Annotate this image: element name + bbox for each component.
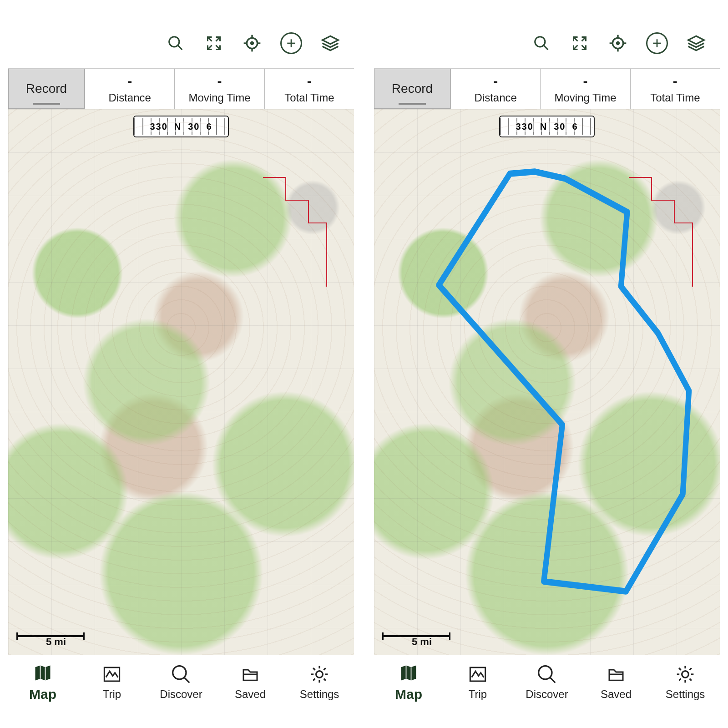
saved-icon — [239, 664, 262, 684]
nav-label: Saved — [601, 688, 632, 701]
svg-point-18 — [173, 666, 186, 679]
stat-moving-time[interactable]: - Moving Time — [540, 69, 630, 109]
scale-indicator: 5 mi — [382, 635, 450, 648]
svg-line-60 — [690, 668, 692, 670]
nav-saved[interactable]: Saved — [581, 655, 651, 710]
compass-6: 6 — [572, 121, 578, 132]
locate-icon[interactable] — [242, 33, 262, 53]
compass-n: N — [174, 121, 182, 132]
settings-icon — [674, 664, 697, 684]
stats-row: Record - Distance - Moving Time - Total … — [374, 68, 720, 109]
compass-330: 330 — [150, 121, 167, 132]
svg-line-1 — [178, 46, 182, 50]
discover-icon — [536, 664, 558, 684]
compass-330: 330 — [516, 121, 533, 132]
saved-icon — [605, 664, 627, 684]
stat-value: - — [673, 73, 677, 89]
record-label: Record — [26, 81, 67, 96]
layers-icon[interactable] — [686, 33, 706, 53]
map-icon — [31, 663, 54, 683]
stat-value: - — [217, 73, 222, 89]
svg-point-0 — [169, 37, 179, 47]
svg-line-28 — [313, 679, 315, 681]
fullscreen-icon[interactable] — [204, 33, 224, 53]
nav-label: Discover — [160, 688, 202, 701]
phone-screen-left: Record - Distance - Moving Time - Total … — [8, 18, 354, 710]
nav-saved[interactable]: Saved — [216, 655, 285, 710]
nav-label: Settings — [666, 688, 705, 701]
stat-label: Moving Time — [554, 91, 616, 104]
route-overlay — [374, 109, 720, 655]
nav-label: Map — [29, 687, 56, 702]
record-label: Record — [392, 81, 433, 96]
scale-text: 5 mi — [412, 636, 432, 648]
svg-point-30 — [535, 37, 545, 47]
svg-marker-44 — [688, 36, 704, 44]
search-icon[interactable] — [166, 33, 186, 53]
svg-line-26 — [313, 668, 315, 670]
scale-indicator: 5 mi — [16, 635, 85, 648]
nav-label: Map — [395, 687, 422, 702]
boundary-line — [624, 173, 706, 309]
nav-map[interactable]: Map — [374, 655, 443, 710]
search-icon[interactable] — [531, 33, 551, 53]
svg-line-29 — [324, 668, 326, 670]
svg-line-50 — [550, 677, 555, 682]
boundary-line — [258, 173, 340, 309]
svg-line-58 — [690, 679, 692, 681]
stat-total-time[interactable]: - Total Time — [630, 69, 720, 109]
stat-moving-time[interactable]: - Moving Time — [174, 69, 264, 109]
stat-label: Distance — [474, 91, 516, 104]
stat-distance[interactable]: - Distance — [450, 69, 540, 109]
compass-30: 30 — [188, 121, 200, 132]
add-icon[interactable] — [280, 32, 302, 54]
stat-value: - — [583, 73, 587, 89]
svg-line-27 — [324, 679, 326, 681]
compass-strip[interactable]: 330 N 30 6 — [133, 116, 229, 137]
compass-strip[interactable]: 330 N 30 6 — [499, 116, 595, 137]
svg-marker-14 — [323, 36, 339, 44]
nav-label: Trip — [103, 688, 121, 701]
trip-icon — [101, 664, 123, 684]
scale-text: 5 mi — [46, 636, 66, 648]
record-button[interactable]: Record — [8, 69, 85, 109]
stat-total-time[interactable]: - Total Time — [264, 69, 354, 109]
map-canvas[interactable]: 330 N 30 6 5 mi — [8, 109, 354, 655]
nav-discover[interactable]: Discover — [147, 655, 216, 710]
fullscreen-icon[interactable] — [570, 33, 590, 53]
discover-icon — [170, 664, 192, 684]
compass-6: 6 — [206, 121, 212, 132]
svg-point-7 — [251, 42, 253, 45]
add-icon[interactable] — [646, 32, 668, 54]
svg-point-37 — [617, 42, 619, 45]
nav-label: Trip — [469, 688, 487, 701]
compass-n: N — [540, 121, 547, 132]
trip-icon — [466, 664, 489, 684]
nav-settings[interactable]: Settings — [285, 655, 354, 710]
stat-label: Distance — [108, 91, 151, 104]
top-toolbar — [8, 18, 354, 68]
bottom-nav: Map Trip Discover Saved Settings — [8, 655, 354, 710]
nav-label: Settings — [300, 688, 339, 701]
stat-distance[interactable]: - Distance — [85, 69, 174, 109]
stat-value: - — [493, 73, 498, 89]
stat-label: Moving Time — [188, 91, 250, 104]
bottom-nav: Map Trip Discover Saved Settings — [374, 655, 720, 710]
nav-discover[interactable]: Discover — [512, 655, 581, 710]
layers-icon[interactable] — [320, 33, 340, 53]
svg-line-31 — [544, 46, 548, 50]
locate-icon[interactable] — [608, 33, 628, 53]
svg-point-49 — [539, 666, 552, 679]
nav-trip[interactable]: Trip — [77, 655, 147, 710]
nav-trip[interactable]: Trip — [443, 655, 512, 710]
nav-settings[interactable]: Settings — [651, 655, 720, 710]
map-canvas[interactable]: 330 N 30 6 5 mi — [374, 109, 720, 655]
nav-label: Saved — [235, 688, 266, 701]
nav-label: Discover — [526, 688, 568, 701]
nav-map[interactable]: Map — [8, 655, 77, 710]
record-button[interactable]: Record — [374, 69, 450, 109]
top-toolbar — [374, 18, 720, 68]
svg-line-57 — [679, 668, 681, 670]
compass-30: 30 — [554, 121, 566, 132]
svg-marker-45 — [439, 172, 689, 592]
